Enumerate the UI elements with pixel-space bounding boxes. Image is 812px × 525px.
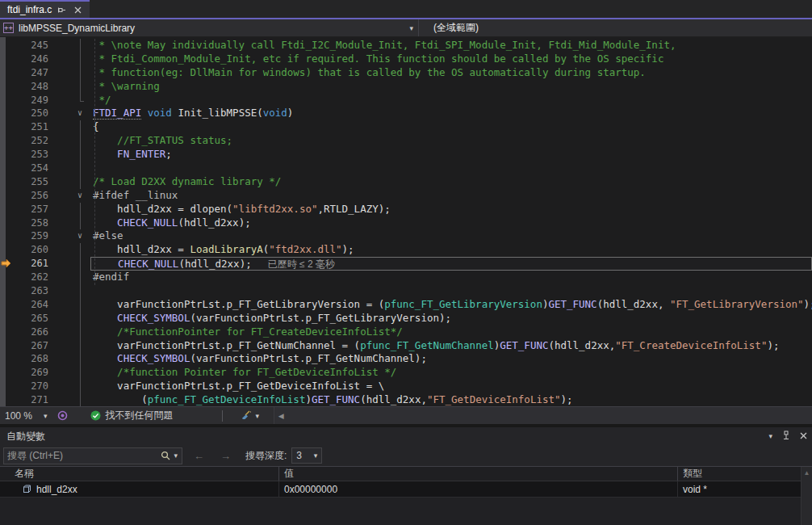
code-line-268[interactable]: 268 CHECK_SYMBOL(varFunctionPtrLst.p_FT_… <box>0 352 812 366</box>
breakpoint-margin[interactable] <box>0 52 13 66</box>
outlining-margin[interactable] <box>71 298 89 312</box>
code-line-269[interactable]: 269 /*function Pointer for FT_GetDeviceI… <box>0 366 812 380</box>
breakpoint-margin[interactable] <box>0 366 13 380</box>
close-icon[interactable] <box>73 5 82 15</box>
outlining-margin[interactable] <box>71 366 89 380</box>
code-line-249[interactable]: 249 */ <box>0 94 812 107</box>
code-text[interactable] <box>90 162 812 175</box>
outlining-margin[interactable] <box>71 39 89 52</box>
code-line-254[interactable]: 254 <box>0 162 812 175</box>
outlining-margin[interactable] <box>71 312 89 326</box>
code-text[interactable]: #endif <box>90 271 812 284</box>
outlining-margin[interactable] <box>71 162 89 175</box>
outlining-margin[interactable] <box>71 134 89 148</box>
search-input[interactable] <box>4 450 157 461</box>
outlining-margin[interactable] <box>71 380 89 393</box>
code-line-247[interactable]: 247 * function(eg: DllMain for windows) … <box>0 66 812 80</box>
code-text[interactable]: hdll_d2xx = LoadLibraryA("ftd2xx.dll"); <box>90 243 812 257</box>
breakpoint-margin[interactable] <box>0 298 13 312</box>
code-line-271[interactable]: 271 (pfunc_FT_GetDeviceInfoList)GET_FUNC… <box>0 393 812 406</box>
scroll-left-icon[interactable]: ◀ <box>274 412 287 420</box>
column-header-type[interactable]: 類型 <box>678 467 812 481</box>
navigate-forward-icon[interactable]: → <box>220 450 231 462</box>
variable-value-cell[interactable]: 0x00000000 <box>279 481 678 497</box>
code-text[interactable]: * \note May individually call Ftdi_I2C_M… <box>90 39 812 52</box>
outlining-margin[interactable] <box>71 120 89 134</box>
outlining-margin[interactable] <box>71 94 89 107</box>
code-text[interactable]: CHECK_NULL(hdll_d2xx); <box>90 216 812 230</box>
perf-tip[interactable]: 已歷時 ≤ 2 毫秒 <box>268 258 335 270</box>
code-line-262[interactable]: 262#endif <box>0 271 812 284</box>
no-issues-indicator[interactable]: 找不到任何問題 <box>90 409 174 422</box>
breakpoint-margin[interactable] <box>0 80 13 94</box>
code-text[interactable]: varFunctionPtrLst.p_FT_GetLibraryVersion… <box>90 298 812 312</box>
code-text[interactable]: FN_ENTER; <box>90 148 812 162</box>
breakpoint-margin[interactable] <box>0 271 13 284</box>
variable-type-cell[interactable]: void * <box>678 481 812 497</box>
code-line-248[interactable]: 248 * \warning <box>0 80 812 94</box>
search-box[interactable]: ▾ <box>3 447 182 464</box>
outlining-margin[interactable] <box>71 80 89 94</box>
project-scope-dropdown[interactable]: ++ libMPSSE_DynamicLibrary ▾ <box>0 19 418 36</box>
outlining-margin[interactable] <box>71 203 89 216</box>
breakpoint-margin[interactable] <box>0 66 13 80</box>
vertical-scrollbar[interactable]: ▲ <box>801 467 812 525</box>
code-line-255[interactable]: 255/* Load D2XX dynamic library */ <box>0 175 812 189</box>
code-text[interactable] <box>90 284 812 298</box>
outlining-margin[interactable] <box>71 148 89 162</box>
code-text[interactable]: * function(eg: DllMain for windows) that… <box>90 66 812 80</box>
outlining-margin[interactable] <box>71 216 89 230</box>
code-text[interactable]: /* Load D2XX dynamic library */ <box>90 175 812 189</box>
breakpoint-margin[interactable] <box>0 120 13 134</box>
code-text[interactable]: /*function Pointer for FT_GetDeviceInfoL… <box>90 366 812 380</box>
tab-ftdi-infra[interactable]: ftdi_infra.c <box>0 0 90 18</box>
outlining-margin[interactable] <box>71 393 89 406</box>
code-text[interactable]: //FT_STATUS status; <box>90 134 812 148</box>
close-icon[interactable] <box>800 430 807 442</box>
code-text[interactable]: */ <box>90 94 812 107</box>
pin-icon[interactable] <box>57 5 67 15</box>
code-text[interactable]: #else <box>90 229 812 243</box>
code-line-264[interactable]: 264 varFunctionPtrLst.p_FT_GetLibraryVer… <box>0 298 812 312</box>
zoom-level-dropdown[interactable]: 100 % ▾ <box>0 407 52 424</box>
code-line-258[interactable]: 258 CHECK_NULL(hdll_d2xx); <box>0 216 812 230</box>
column-header-value[interactable]: 值 <box>279 467 678 481</box>
search-depth-dropdown[interactable]: 3 ▾ <box>291 447 322 464</box>
outlining-margin[interactable] <box>71 352 89 366</box>
code-text[interactable]: CHECK_SYMBOL(varFunctionPtrLst.p_FT_GetN… <box>90 352 812 366</box>
code-line-270[interactable]: 270 varFunctionPtrLst.p_FT_GetDeviceInfo… <box>0 380 812 393</box>
code-text[interactable]: (pfunc_FT_GetDeviceInfoList)GET_FUNC(hdl… <box>90 393 812 406</box>
breakpoint-margin[interactable] <box>0 39 13 52</box>
code-line-265[interactable]: 265 CHECK_SYMBOL(varFunctionPtrLst.p_FT_… <box>0 312 812 326</box>
outlining-margin[interactable] <box>71 175 89 189</box>
breakpoint-margin[interactable] <box>0 216 13 230</box>
fold-collapse-icon[interactable]: ∨ <box>71 189 89 203</box>
breakpoint-margin[interactable] <box>0 393 13 406</box>
breakpoint-margin[interactable] <box>0 107 13 120</box>
breakpoint-margin[interactable] <box>0 257 13 271</box>
document-health-icon[interactable] <box>57 410 68 421</box>
code-line-245[interactable]: 245 * \note May individually call Ftdi_I… <box>0 39 812 52</box>
code-editor[interactable]: 245 * \note May individually call Ftdi_I… <box>0 37 812 406</box>
breakpoint-margin[interactable] <box>0 312 13 326</box>
code-line-250[interactable]: 250∨FTDI_API void Init_libMPSSE(void) <box>0 107 812 120</box>
breakpoint-margin[interactable] <box>0 284 13 298</box>
horizontal-scrollbar[interactable]: ◀ <box>274 407 812 424</box>
breakpoint-margin[interactable] <box>0 380 13 393</box>
code-line-261[interactable]: 261 CHECK_NULL(hdll_d2xx);已歷時 ≤ 2 毫秒 <box>0 257 812 271</box>
breakpoint-margin[interactable] <box>0 229 13 243</box>
fold-collapse-icon[interactable]: ∨ <box>71 229 89 243</box>
outlining-margin[interactable] <box>71 284 89 298</box>
code-line-256[interactable]: 256∨#ifdef __linux <box>0 189 812 203</box>
breakpoint-margin[interactable] <box>0 162 13 175</box>
outlining-margin[interactable] <box>71 271 89 284</box>
code-text[interactable]: { <box>90 120 812 134</box>
code-text[interactable]: varFunctionPtrLst.p_FT_GetNumChannel = (… <box>90 339 812 353</box>
outlining-margin[interactable] <box>71 257 89 271</box>
code-text[interactable]: * Ftdi_Common_Module_Init, etc if requir… <box>90 52 812 66</box>
code-text[interactable]: #ifdef __linux <box>90 189 812 203</box>
code-text[interactable]: CHECK_SYMBOL(varFunctionPtrLst.p_FT_GetL… <box>90 312 812 326</box>
autos-title-bar[interactable]: 自動變數 ▾ <box>0 427 812 445</box>
code-line-257[interactable]: 257 hdll_d2xx = dlopen("libftd2xx.so",RT… <box>0 203 812 216</box>
chevron-down-icon[interactable]: ▾ <box>174 452 178 460</box>
